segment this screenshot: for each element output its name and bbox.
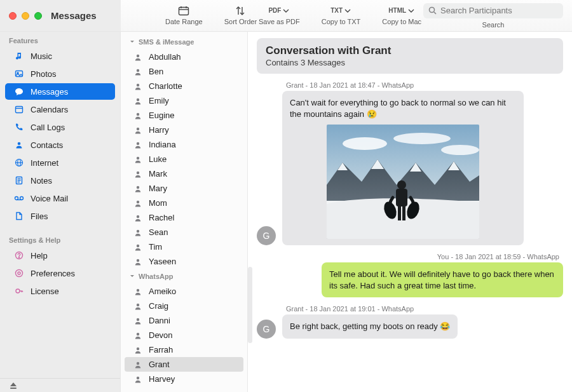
- contact-item[interactable]: Farrah: [125, 342, 243, 357]
- sidebar-item-calendars[interactable]: Calendars: [5, 101, 115, 118]
- contact-name: Eugine: [149, 111, 174, 120]
- contacts-icon: [14, 140, 24, 150]
- copy-mac-label: Copy to Mac: [382, 18, 421, 26]
- svg-point-51: [137, 347, 139, 349]
- contact-item[interactable]: Sean: [125, 225, 243, 240]
- copy-mac-button[interactable]: HTML Copy to Mac: [382, 5, 421, 26]
- date-range-label: Date Range: [165, 18, 203, 26]
- contact-item[interactable]: Emily: [125, 93, 243, 108]
- message-bubble[interactable]: Be right back, getting my boots on ready…: [282, 314, 458, 339]
- search-area: Search: [423, 3, 563, 29]
- sidebar: Features Music Photos Messages Calendars: [0, 32, 121, 392]
- person-icon: [133, 83, 142, 90]
- zoom-window-icon[interactable]: [34, 12, 42, 20]
- contacts-group-sms[interactable]: SMS & iMessage: [121, 34, 247, 50]
- person-icon: [133, 170, 142, 178]
- contact-item[interactable]: Harry: [125, 123, 243, 137]
- contact-item[interactable]: Indiana: [125, 137, 243, 152]
- save-pdf-button[interactable]: PDF Save as PDF: [259, 5, 300, 26]
- contact-item[interactable]: Mom: [125, 196, 243, 210]
- sidebar-item-files[interactable]: Files: [5, 208, 115, 224]
- contact-item[interactable]: Luke: [125, 152, 243, 166]
- contact-name: Rachel: [149, 213, 174, 222]
- sidebar-item-label: Help: [31, 251, 48, 260]
- license-icon: [14, 286, 24, 296]
- person-icon: [133, 199, 142, 207]
- person-icon: [133, 141, 142, 149]
- message-bubble[interactable]: Can't wait for everything to go back to …: [282, 91, 524, 245]
- svg-rect-8: [16, 71, 23, 77]
- sidebar-item-messages[interactable]: Messages: [5, 83, 115, 100]
- conversation-header: Conversation with Grant Contains 3 Messa…: [257, 38, 563, 74]
- conversation-pane[interactable]: Conversation with Grant Contains 3 Messa…: [248, 32, 572, 392]
- person-icon: [133, 346, 142, 354]
- contact-name: Craig: [149, 301, 168, 311]
- contact-item[interactable]: Ben: [125, 64, 243, 79]
- contact-name: Grant: [149, 360, 170, 369]
- svg-rect-0: [179, 7, 189, 15]
- contact-item[interactable]: Craig: [125, 299, 243, 313]
- message-block: You - 18 Jan 2021 at 18:59 - WhatsApp Te…: [257, 253, 563, 297]
- contact-name: Luke: [149, 154, 167, 164]
- window-controls-area: Messages: [0, 0, 121, 31]
- message-block: G Grant - 18 Jan 2021 at 18:47 - WhatsAp…: [257, 81, 563, 245]
- person-icon: [133, 361, 142, 368]
- svg-point-42: [137, 200, 139, 203]
- sidebar-item-call-logs[interactable]: Call Logs: [5, 119, 115, 135]
- contact-item[interactable]: Charlotte: [125, 79, 243, 93]
- sidebar-item-notes[interactable]: Notes: [5, 172, 115, 189]
- contact-item[interactable]: Abdullah: [125, 50, 243, 64]
- contact-item[interactable]: Rachel: [125, 210, 243, 225]
- avatar: G: [257, 320, 276, 339]
- sidebar-item-preferences[interactable]: Preferences: [5, 265, 115, 281]
- sidebar-item-contacts[interactable]: Contacts: [5, 137, 115, 153]
- contacts-group-whatsapp[interactable]: WhatsApp: [121, 269, 247, 284]
- contact-name: Farrah: [149, 345, 173, 355]
- contact-item[interactable]: Mary: [125, 181, 243, 196]
- contact-item[interactable]: Mark: [125, 166, 243, 181]
- copy-txt-button[interactable]: TXT Copy to TXT: [322, 5, 361, 26]
- search-input[interactable]: [440, 6, 558, 15]
- close-window-icon[interactable]: [9, 12, 17, 20]
- contact-name: Indiana: [149, 140, 176, 149]
- person-icon: [133, 302, 142, 310]
- contact-name: Mary: [149, 184, 167, 193]
- sidebar-item-music[interactable]: Music: [5, 48, 115, 64]
- scrollbar[interactable]: [248, 267, 252, 343]
- contact-item[interactable]: Tim: [125, 240, 243, 254]
- sidebar-item-internet[interactable]: Internet: [5, 154, 115, 171]
- eject-icon[interactable]: [9, 382, 18, 389]
- sort-order-label: Sort Order: [224, 18, 257, 26]
- contacts-list[interactable]: SMS & iMessage Abdullah Ben Charlotte Em…: [121, 32, 248, 392]
- sidebar-item-license[interactable]: License: [5, 283, 115, 299]
- contact-item[interactable]: Ameiko: [125, 284, 243, 299]
- globe-icon: [14, 158, 24, 168]
- person-icon: [133, 112, 142, 119]
- svg-point-48: [137, 303, 139, 306]
- sidebar-item-label: Calendars: [31, 105, 68, 114]
- sidebar-item-photos[interactable]: Photos: [5, 65, 115, 82]
- music-icon: [14, 51, 24, 61]
- person-icon: [133, 214, 142, 222]
- contact-item[interactable]: Harvey: [125, 372, 243, 386]
- date-range-button[interactable]: Date Range: [165, 5, 203, 26]
- sidebar-item-voice-mail[interactable]: Voice Mail: [5, 190, 115, 206]
- message-bubble[interactable]: Tell me about it. We will definitely hav…: [322, 262, 563, 297]
- contact-item[interactable]: Danni: [125, 313, 243, 328]
- contact-item[interactable]: Yaseen: [125, 254, 243, 269]
- message-image[interactable]: [290, 125, 516, 239]
- traffic-lights: [9, 12, 42, 20]
- contact-item[interactable]: Eugine: [125, 108, 243, 123]
- contact-item[interactable]: Devon: [125, 328, 243, 342]
- search-field-wrap[interactable]: [423, 3, 563, 18]
- message-meta: Grant - 18 Jan 2021 at 19:01 - WhatsApp: [286, 305, 458, 313]
- person-icon: [133, 288, 142, 295]
- contact-name: Charlotte: [149, 81, 182, 91]
- contact-item[interactable]: Grant: [125, 357, 243, 372]
- svg-point-52: [137, 362, 139, 364]
- contact-name: Devon: [149, 330, 173, 340]
- svg-point-53: [137, 376, 139, 379]
- minimize-window-icon[interactable]: [22, 12, 29, 20]
- sort-order-button[interactable]: Sort Order: [224, 5, 257, 26]
- sidebar-item-help[interactable]: Help: [5, 247, 115, 264]
